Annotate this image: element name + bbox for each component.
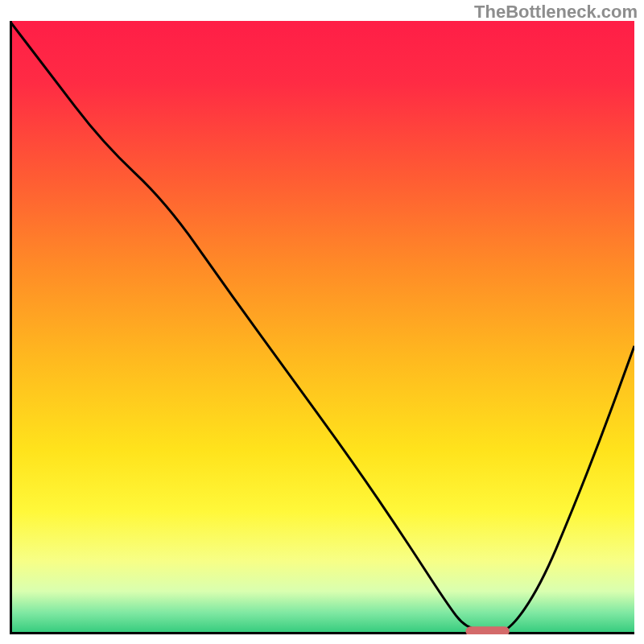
chart-svg	[10, 21, 634, 634]
bottleneck-chart	[10, 21, 634, 634]
optimal-range-marker	[465, 626, 509, 634]
plot-background	[10, 21, 634, 634]
watermark-text: TheBottleneck.com	[474, 2, 638, 23]
chart-container: TheBottleneck.com	[0, 0, 644, 644]
